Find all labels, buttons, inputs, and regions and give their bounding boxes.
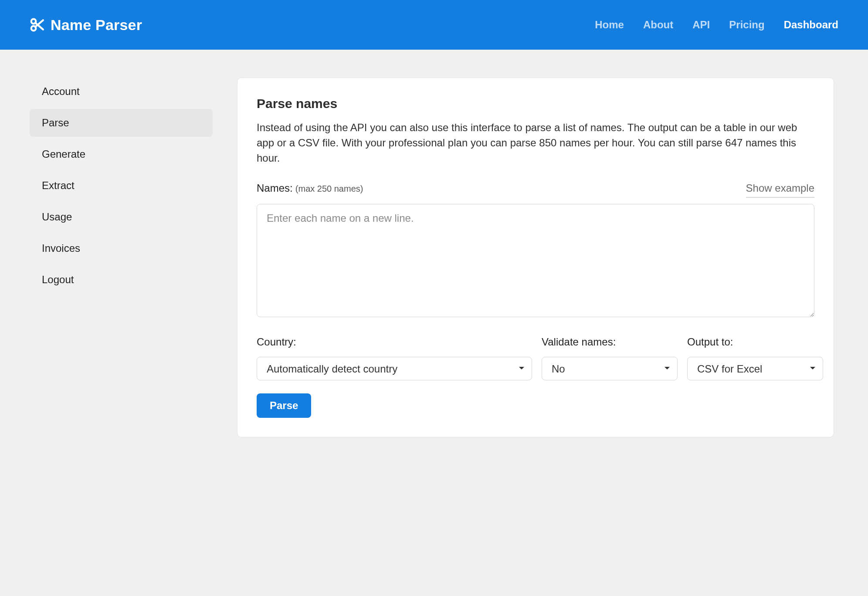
sidebar: Account Parse Generate Extract Usage Inv… xyxy=(30,78,213,294)
options-row: Country: Automatically detect country Va… xyxy=(257,334,814,380)
names-textarea[interactable] xyxy=(257,204,814,317)
sidebar-item-label: Usage xyxy=(42,211,72,223)
parse-card: Parse names Instead of using the API you… xyxy=(237,78,834,437)
nav-pricing[interactable]: Pricing xyxy=(729,17,764,33)
sidebar-item-usage[interactable]: Usage xyxy=(30,203,213,231)
card-description: Instead of using the API you can also us… xyxy=(257,120,814,166)
country-label: Country: xyxy=(257,334,532,350)
sidebar-list: Account Parse Generate Extract Usage Inv… xyxy=(30,78,213,294)
validate-field: Validate names: No xyxy=(542,334,678,380)
top-nav: Home About API Pricing Dashboard xyxy=(595,17,838,33)
brand-text: Name Parser xyxy=(51,14,142,36)
sidebar-item-label: Logout xyxy=(42,274,74,285)
names-field-header: Names: (max 250 names) Show example xyxy=(257,180,814,198)
show-example-link[interactable]: Show example xyxy=(746,180,814,198)
parse-button[interactable]: Parse xyxy=(257,393,311,418)
nav-home[interactable]: Home xyxy=(595,17,624,33)
brand[interactable]: Name Parser xyxy=(30,14,142,36)
scissors-icon xyxy=(30,17,44,32)
output-select[interactable]: CSV for Excel xyxy=(687,357,823,380)
sidebar-item-label: Generate xyxy=(42,148,85,160)
top-bar: Name Parser Home About API Pricing Dashb… xyxy=(0,0,868,50)
names-label: Names: xyxy=(257,182,293,194)
sidebar-item-label: Extract xyxy=(42,179,75,191)
names-hint: (max 250 names) xyxy=(295,184,363,193)
nav-about[interactable]: About xyxy=(643,17,673,33)
country-field: Country: Automatically detect country xyxy=(257,334,532,380)
nav-dashboard[interactable]: Dashboard xyxy=(784,17,838,33)
sidebar-item-account[interactable]: Account xyxy=(30,78,213,105)
validate-label: Validate names: xyxy=(542,334,678,350)
sidebar-item-extract[interactable]: Extract xyxy=(30,172,213,200)
sidebar-item-label: Account xyxy=(42,85,80,97)
sidebar-item-logout[interactable]: Logout xyxy=(30,266,213,294)
card-title: Parse names xyxy=(257,94,814,113)
validate-select[interactable]: No xyxy=(542,357,678,380)
sidebar-item-invoices[interactable]: Invoices xyxy=(30,234,213,262)
country-select[interactable]: Automatically detect country xyxy=(257,357,532,380)
output-field: Output to: CSV for Excel xyxy=(687,334,823,380)
names-label-group: Names: (max 250 names) xyxy=(257,180,363,196)
output-label: Output to: xyxy=(687,334,823,350)
nav-api[interactable]: API xyxy=(692,17,710,33)
main-container: Account Parse Generate Extract Usage Inv… xyxy=(0,50,868,476)
sidebar-item-label: Parse xyxy=(42,117,69,129)
sidebar-item-generate[interactable]: Generate xyxy=(30,140,213,168)
sidebar-item-parse[interactable]: Parse xyxy=(30,109,213,137)
sidebar-item-label: Invoices xyxy=(42,242,80,254)
